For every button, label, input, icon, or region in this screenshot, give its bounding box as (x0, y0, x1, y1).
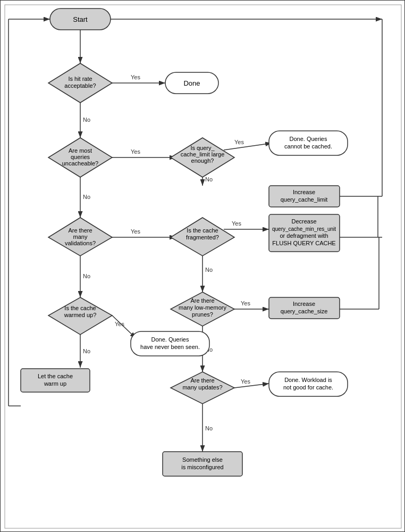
hitrate-label1: Is hit rate (68, 76, 92, 82)
increase-limit-label1: Increase (293, 189, 315, 195)
fragmented-label2: fragmented? (186, 234, 219, 240)
svg-line-27 (234, 384, 269, 388)
label-cachelimit-no: No (205, 176, 213, 182)
cachelimit-label1: Is query_ (190, 145, 215, 151)
lowmemory-label3: prunes? (192, 311, 213, 318)
label-fragmented-no: No (205, 267, 213, 273)
lowmemory-label2: many low-memory (179, 304, 226, 311)
label-validations-yes: Yes (131, 228, 140, 235)
label-hitrate-yes: Yes (131, 74, 140, 80)
done3-label1: Done. Queries (151, 336, 189, 343)
flowchart-container: Yes No Yes Yes No No Yes Yes No No Yes N… (0, 0, 405, 532)
label-warmed-yes: Yes (115, 321, 124, 327)
decrease-min-label3: or defragment with (280, 232, 328, 239)
misconfigured-label1: Something else (182, 456, 223, 463)
svg-line-5 (224, 143, 272, 150)
decrease-min-label1: Decrease (291, 218, 316, 225)
label-hitrate-no: No (83, 117, 90, 123)
increase-limit-label2: query_cache_limit (281, 196, 328, 203)
label-warmed-no: No (83, 348, 90, 354)
misconfigured-label2: is misconfigured (181, 464, 223, 470)
uncacheable-label1: Are most (69, 147, 92, 154)
uncacheable-label3: uncacheable? (62, 160, 99, 167)
warmed-label1: Is the cache (64, 305, 96, 311)
validations-label1: Are there (68, 227, 92, 234)
label-updates-no: No (205, 425, 213, 431)
cachelimit-label3: enough? (191, 157, 214, 164)
label-validations-no: No (83, 273, 90, 279)
validations-label3: validations? (65, 240, 96, 246)
done1-label: Done (183, 79, 200, 87)
decrease-min-label2: query_cache_min_res_unit (272, 226, 336, 232)
warmup-label2: warm up (44, 380, 66, 387)
label-fragmented-yes: Yes (232, 220, 241, 227)
uncacheable-label2: queries (71, 154, 90, 160)
done4-label2: not good for cache. (283, 384, 333, 390)
decrease-min-label4: FLUSH QUERY CACHE (272, 240, 335, 246)
label-uncacheable-yes: Yes (131, 148, 140, 155)
fragmented-label1: Is the cache (187, 227, 218, 234)
label-uncacheable-no: No (83, 194, 90, 200)
validations-label2: many (73, 234, 88, 240)
warmed-label2: warmed up? (64, 312, 97, 318)
done2-label2: cannot be cached. (284, 143, 332, 149)
start-label: Start (73, 15, 88, 23)
increase-size-label1: Increase (293, 301, 315, 307)
cachelimit-label2: cache_limit large (181, 151, 225, 157)
hitrate-label2: acceptable? (64, 82, 96, 89)
done2-label1: Done. Queries (290, 136, 327, 142)
increase-size-label2: query_cache_size (281, 308, 328, 314)
label-lowmemory-yes: Yes (241, 300, 250, 306)
updates-label2: many updates? (182, 384, 222, 390)
lowmemory-label1: Are there (190, 297, 214, 304)
warmup-label1: Let the cache (38, 373, 73, 379)
label-updates-yes: Yes (241, 378, 250, 385)
done4-label1: Done. Workload is (284, 377, 332, 383)
updates-label1: Are there (190, 377, 214, 384)
label-cachelimit-yes: Yes (234, 139, 244, 145)
done3-label2: have never been seen. (140, 344, 200, 350)
